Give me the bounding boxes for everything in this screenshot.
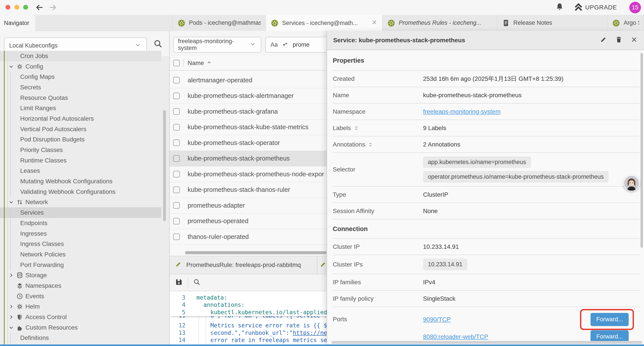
list-horizontal-scrollbar[interactable] xyxy=(185,251,326,254)
search-icon[interactable] xyxy=(193,278,201,287)
sidebar-item-resource-quotas[interactable]: Resource Quotas xyxy=(0,93,161,103)
table-row-prometheus-operated[interactable]: prometheus-operated xyxy=(170,214,326,229)
delete-trash-icon[interactable] xyxy=(615,36,622,45)
sidebar-item-vertical-pod-autoscalers[interactable]: Vertical Pod Autoscalers xyxy=(0,124,161,134)
namespace-filter-select[interactable]: freeleaps-monitoring-system xyxy=(173,37,261,52)
row-checkbox[interactable] xyxy=(173,108,180,115)
editor-line-5[interactable]: 5kubectl.kubernetes.io/last-applied-co xyxy=(170,309,326,316)
sidebar-item-network-policies[interactable]: Network Policies xyxy=(0,249,161,260)
table-row-kube-prometheus-stack-grafana[interactable]: kube-prometheus-stack-grafana xyxy=(170,104,326,120)
table-row-thanos-ruler-operated[interactable]: thanos-ruler-operated xyxy=(170,229,326,245)
sidebar-item-validating-webhook-configurations[interactable]: Validating Webhook Configurations xyxy=(0,187,161,197)
row-checkbox[interactable] xyxy=(173,139,180,146)
search-value[interactable]: prome xyxy=(293,41,310,48)
tab-services-icecheng-math[interactable]: Services - icecheng@math... xyxy=(266,15,382,31)
row-checkbox[interactable] xyxy=(173,187,180,193)
chevron-right-icon[interactable] xyxy=(8,314,15,320)
port-link-8080-reloader-web-tcp[interactable]: 8080:reloader-web/TCP xyxy=(423,333,488,340)
match-case-toggle[interactable]: Aa xyxy=(270,41,278,48)
chevron-down-icon[interactable] xyxy=(8,324,15,331)
table-row-kube-prometheus-stack-operator[interactable]: kube-prometheus-stack-operator xyxy=(170,135,326,151)
sidebar-item-cron-jobs[interactable]: Cron Jobs xyxy=(0,51,161,61)
row-checkbox[interactable] xyxy=(173,233,180,240)
detail-link-freeleaps-monitoring-system[interactable]: freeleaps-monitoring-system xyxy=(423,108,500,115)
sidebar-item-access-control[interactable]: Access Control xyxy=(0,312,161,322)
save-icon[interactable] xyxy=(174,278,183,287)
sidebar-item-endpoints[interactable]: Endpoints xyxy=(0,218,161,228)
editor-line-3[interactable]: 3metadata: xyxy=(170,294,326,301)
tab-pods-icecheng-mathmas[interactable]: Pods - icecheng@mathmas... xyxy=(172,15,266,31)
regex-toggle[interactable]: ▪* xyxy=(283,41,287,48)
details-scrollbar[interactable] xyxy=(640,53,643,248)
yaml-editor[interactable]: 3metadata:4annotations:5kubectl.kubernet… xyxy=(170,291,326,346)
sidebar-item-custom-resources[interactable]: Custom Resources xyxy=(0,322,161,333)
chevron-down-icon[interactable] xyxy=(8,199,15,205)
tab-close-icon[interactable] xyxy=(371,19,378,27)
table-row-kube-prometheus-stack-thanos-ruler[interactable]: kube-prometheus-stack-thanos-ruler xyxy=(170,182,326,198)
forward-button[interactable]: Forward... xyxy=(590,313,629,326)
sidebar-item-events[interactable]: Events xyxy=(0,291,161,302)
search-icon[interactable] xyxy=(153,39,163,50)
select-all-checkbox[interactable] xyxy=(173,60,180,66)
sidebar-item-secrets[interactable]: Secrets xyxy=(0,82,161,93)
column-header-name[interactable]: Name xyxy=(188,59,212,67)
tab-release-notes[interactable]: Release Notes xyxy=(497,15,608,31)
row-checkbox[interactable] xyxy=(173,155,180,162)
forward-button[interactable] xyxy=(48,3,57,13)
notification-count-badge[interactable]: 15 xyxy=(629,2,641,13)
chevron-right-icon[interactable] xyxy=(8,303,15,310)
chevron-right-icon[interactable] xyxy=(8,272,15,279)
list-search-input[interactable]: Aa ▪* prome xyxy=(265,37,326,52)
bell-icon[interactable] xyxy=(555,2,564,12)
sidebar-item-ingresses[interactable]: Ingresses xyxy=(0,228,161,239)
table-row-prometheus-adapter[interactable]: prometheus-adapter xyxy=(170,198,326,214)
sidebar-item-definitions[interactable]: Definitions xyxy=(0,333,161,343)
row-checkbox[interactable] xyxy=(173,77,180,83)
sidebar-item-port-forwarding[interactable]: Port Forwarding xyxy=(0,260,161,270)
sidebar-item-ingress-classes[interactable]: Ingress Classes xyxy=(0,239,161,249)
sidebar-item-runtime-classes[interactable]: Runtime Classes xyxy=(0,155,161,166)
tab-prometheus-rules-icecheng[interactable]: Prometheus Rules - icecheng... xyxy=(382,15,497,31)
table-row-kube-prometheus-stack-kube-state-m[interactable]: kube-prometheus-stack-kube-state-metrics xyxy=(170,120,326,135)
sidebar-scrollbar[interactable] xyxy=(163,110,166,221)
row-checkbox[interactable] xyxy=(173,202,180,209)
navigator-panel-tab[interactable]: Navigator xyxy=(0,15,35,31)
sidebar-item-config-maps[interactable]: Config Maps xyxy=(0,72,161,82)
editor-line-4[interactable]: 4annotations: xyxy=(170,301,326,309)
table-row-alertmanager-operated[interactable]: alertmanager-operated xyxy=(170,72,326,88)
window-zoom-button[interactable] xyxy=(23,5,28,10)
row-checkbox[interactable] xyxy=(173,218,180,224)
chevron-down-icon[interactable] xyxy=(8,63,15,70)
editor-line-14[interactable]: 14error rate in freeleaps metrics ser xyxy=(170,337,326,344)
tab-argo-se[interactable]: Argo Se xyxy=(608,15,644,31)
sidebar-item-pod-disruption-budgets[interactable]: Pod Disruption Budgets xyxy=(0,134,161,145)
window-minimize-button[interactable] xyxy=(14,5,19,10)
sidebar-item-network[interactable]: Network xyxy=(0,197,161,208)
sidebar-item-priority-classes[interactable]: Priority Classes xyxy=(0,145,161,155)
editor-line-11[interactable]: 110","for":"0m","labels":{"service":" xyxy=(170,316,326,322)
row-checkbox[interactable] xyxy=(173,124,180,130)
table-row-kube-prometheus-stack-prometheus-n[interactable]: kube-prometheus-stack-prometheus-node-ex… xyxy=(170,166,326,182)
edit-pencil-icon[interactable] xyxy=(600,36,607,45)
editor-line-13[interactable]: 13second.","runbook_url":"https://net xyxy=(170,329,326,337)
sidebar-item-leases[interactable]: Leases xyxy=(0,166,161,176)
sidebar-item-config[interactable]: Config xyxy=(0,61,161,72)
row-checkbox[interactable] xyxy=(173,93,180,99)
sidebar-item-storage[interactable]: Storage xyxy=(0,270,161,281)
details-horizontal-scrollbar[interactable] xyxy=(332,341,642,344)
back-button[interactable] xyxy=(35,3,44,13)
sidebar-item-mutating-webhook-configurations[interactable]: Mutating Webhook Configurations xyxy=(0,176,161,187)
upgrade-button[interactable]: UPGRADE xyxy=(585,4,617,11)
sidebar-item-helm[interactable]: Helm xyxy=(0,302,161,312)
user-avatar[interactable] xyxy=(624,175,640,191)
dock-tab-prometheusrule[interactable]: PrometheusRule: freeleaps-prod-rabbitmq xyxy=(170,256,318,274)
dock-tab-next-partial[interactable] xyxy=(318,256,326,274)
close-icon[interactable] xyxy=(630,36,638,45)
editor-line-12[interactable]: 12Metrics service error rate is {{ $va xyxy=(170,322,326,329)
upgrade-icon[interactable] xyxy=(574,2,584,13)
port-link-9090-tcp[interactable]: 9090/TCP xyxy=(423,316,451,323)
row-checkbox[interactable] xyxy=(173,171,180,177)
sidebar-item-namespaces[interactable]: Namespaces xyxy=(0,281,161,291)
sidebar-item-services[interactable]: Services xyxy=(0,207,161,218)
window-close-button[interactable] xyxy=(6,5,10,10)
